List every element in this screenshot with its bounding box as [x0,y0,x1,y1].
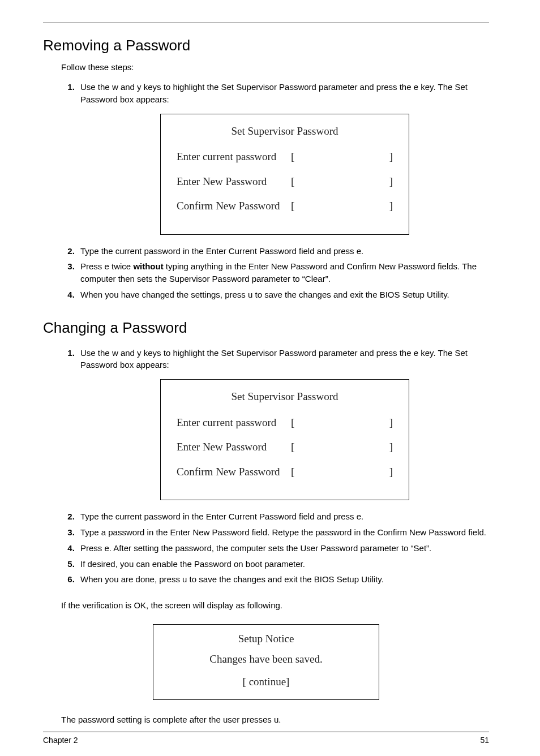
key-e: e [357,246,361,256]
text: and [118,82,137,92]
dialog-title: Set Supervisor Password [177,123,393,139]
text: and [118,348,137,358]
changing-step-3: Type a password in the Enter New Passwor… [77,526,489,539]
notice-continue-button: [ continue] [169,676,363,688]
text: Use the [80,348,112,358]
key-y: y [137,82,142,92]
dialog-row-current-password: Enter current password [] [177,415,393,431]
footer-chapter: Chapter 2 [43,736,78,745]
field-new-password: [] [291,439,393,455]
notice-title: Setup Notice [169,633,363,645]
text: . [361,512,363,521]
text: keys to highlight the Set Supervisor Pas… [142,82,414,92]
field-current-password: [] [291,149,393,165]
top-horizontal-rule [43,23,489,23]
text: . [361,246,363,256]
removing-step-3: Press e twice without typing anything in… [77,260,489,285]
changing-step-2: Type the current password in the Enter C… [77,510,489,523]
dialog-row-confirm-password: Confirm New Password [] [177,464,393,480]
text: . [278,715,281,724]
text: When you have changed the settings, pres… [80,290,248,299]
text: keys to highlight the Set Supervisor Pas… [142,348,414,358]
removing-step-1: Use the w and y keys to highlight the Se… [77,81,489,235]
text: Press [80,543,105,553]
bottom-horizontal-rule [43,732,489,732]
key-e: e [357,512,361,521]
text: Use the [80,82,112,92]
set-supervisor-password-dialog: Set Supervisor Password Enter current pa… [160,114,409,235]
key-y: y [137,348,142,358]
footer-page-number: 51 [480,736,489,745]
bold-without: without [133,261,163,271]
label-new-password: Enter New Password [177,439,267,455]
text: The password setting is complete after t… [61,715,274,724]
text: to save the changes and exit the BIOS Se… [252,290,449,299]
text: Type the current password in the Enter C… [80,512,357,521]
field-new-password: [] [291,174,393,190]
section-spacer [43,304,489,319]
label-current-password: Enter current password [177,415,276,431]
label-current-password: Enter current password [177,149,276,165]
dialog-row-confirm-password: Confirm New Password [] [177,198,393,214]
text: . After setting the password, the comput… [109,543,431,553]
changing-step-1: Use the w and y keys to highlight the Se… [77,347,489,501]
changing-step-4: Press e. After setting the password, the… [77,542,489,555]
text: Type the current password in the Enter C… [80,246,357,256]
removing-step-4: When you have changed the settings, pres… [77,289,489,301]
removing-lead-text: Follow these steps: [61,61,489,73]
label-confirm-password: Confirm New Password [177,198,280,214]
page-footer: Chapter 2 51 [43,732,489,745]
dialog-title: Set Supervisor Password [177,389,393,405]
changing-step-5: If desired, you can enable the Password … [77,558,489,570]
removing-step-2: Type the current password in the Enter C… [77,245,489,257]
label-confirm-password: Confirm New Password [177,464,280,480]
closing-paragraph: The password setting is complete after t… [61,714,489,726]
key-e: e [105,261,109,271]
verification-paragraph: If the verification is OK, the screen wi… [61,599,489,612]
dialog-row-new-password: Enter New Password [] [177,174,393,190]
notice-message: Changes have been saved. [169,653,363,665]
changing-steps-list: Use the w and y keys to highlight the Se… [61,343,489,589]
set-supervisor-password-dialog-2: Set Supervisor Password Enter current pa… [160,379,409,500]
key-w: w [112,82,118,92]
key-w: w [112,348,118,358]
text: to save the changes and exit the BIOS Se… [187,574,383,584]
label-new-password: Enter New Password [177,174,267,190]
dialog-row-new-password: Enter New Password [] [177,439,393,455]
field-confirm-password: [] [291,198,393,214]
key-e: e [414,82,418,92]
text: Press [80,261,105,271]
field-confirm-password: [] [291,464,393,480]
key-e: e [414,348,418,358]
field-current-password: [] [291,415,393,431]
text: When you are done, press [80,574,182,584]
changing-step-6: When you are done, press u to save the c… [77,573,489,586]
key-e: e [105,543,109,553]
document-page: Removing a Password Follow these steps: … [0,0,540,756]
heading-removing-password: Removing a Password [43,37,489,54]
text: twice [109,261,134,271]
setup-notice-dialog: Setup Notice Changes have been saved. [ … [153,624,379,700]
dialog-row-current-password: Enter current password [] [177,149,393,165]
heading-changing-password: Changing a Password [43,319,489,337]
removing-steps-list: Use the w and y keys to highlight the Se… [61,78,489,304]
